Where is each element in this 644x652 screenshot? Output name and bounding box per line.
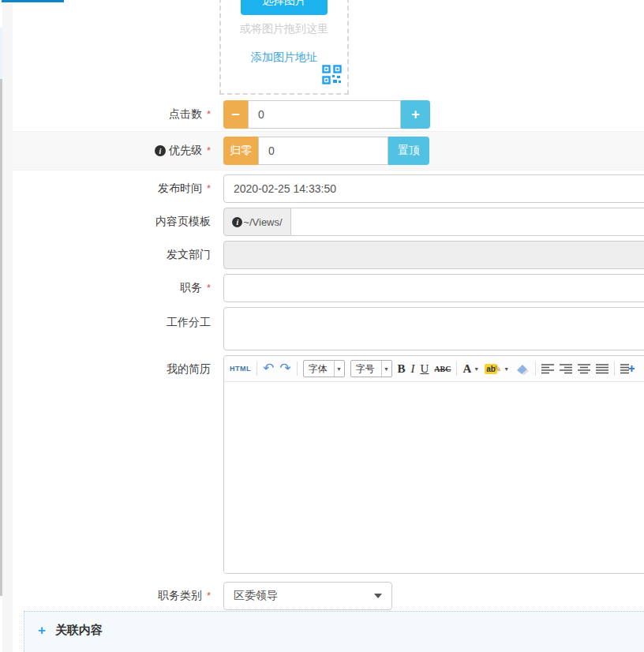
underline-button[interactable]: U <box>421 362 429 376</box>
position-label: 职务 * <box>13 274 211 302</box>
chevron-down-icon: ▼ <box>334 361 344 377</box>
html-source-button[interactable]: HTML <box>230 365 251 373</box>
info-icon: i <box>155 145 166 156</box>
left-edge-segment <box>0 0 2 28</box>
click-count-label: 点击数 * <box>13 100 211 129</box>
related-content-toggle[interactable]: + 关联内容 <box>24 612 644 638</box>
bold-button[interactable]: B <box>398 362 406 376</box>
issuing-department-label-text: 发文部门 <box>167 248 211 262</box>
editor-toolbar: HTML ↶ ↷ 字体 ▼ 字号 ▼ B I U ABC A ▼ ab <box>224 356 644 382</box>
required-asterisk: * <box>207 590 211 601</box>
align-right-button[interactable] <box>560 363 572 374</box>
toolbar-separator <box>535 362 536 376</box>
font-family-value: 字体 <box>304 361 334 377</box>
italic-button[interactable]: I <box>411 362 415 376</box>
resume-rich-text-editor: HTML ↶ ↷ 字体 ▼ 字号 ▼ B I U ABC A ▼ ab <box>223 355 644 574</box>
required-asterisk: * <box>207 282 211 294</box>
related-content-title: 关联内容 <box>55 623 103 638</box>
font-family-dropdown[interactable]: 字体 ▼ <box>303 360 345 377</box>
work-division-label: 工作分工 <box>13 307 211 339</box>
position-category-label-text: 职务类别 <box>158 589 202 603</box>
issuing-department-input <box>223 241 644 269</box>
font-size-value: 字号 <box>351 361 381 377</box>
priority-label: i 优先级 * <box>13 137 211 165</box>
image-upload-dropzone[interactable]: 选择图片 或将图片拖到这里 添加图片地址 <box>219 0 349 95</box>
content-template-label-text: 内容页模板 <box>155 215 211 229</box>
add-image-url-link[interactable]: 添加图片地址 <box>221 51 347 65</box>
work-division-label-text: 工作分工 <box>167 316 211 330</box>
content-template-input[interactable] <box>291 208 644 236</box>
font-color-glyph: A <box>462 362 471 376</box>
align-justify-button[interactable] <box>596 363 608 374</box>
priority-input[interactable] <box>258 137 388 165</box>
drag-image-hint: 或将图片拖到这里 <box>221 22 347 36</box>
position-category-select[interactable]: 区委领导 <box>223 582 392 610</box>
related-content-panel: + 关联内容 <box>24 611 644 652</box>
chevron-down-icon: ▼ <box>474 366 479 372</box>
publish-time-label: 发布时间 * <box>13 174 211 203</box>
align-left-icon <box>541 363 554 374</box>
highlight-color-button[interactable]: ab ✎ ▼ <box>485 364 509 374</box>
remove-format-eraser-button[interactable] <box>515 363 530 375</box>
expand-plus-icon: + <box>38 624 46 637</box>
toolbar-separator <box>614 362 615 376</box>
undo-icon[interactable]: ↶ <box>263 362 274 376</box>
font-color-button[interactable]: A ▼ <box>462 362 479 376</box>
toolbar-separator <box>297 362 298 376</box>
priority-pin-top-button[interactable]: 置顶 <box>388 137 429 165</box>
toolbar-separator <box>456 362 457 376</box>
qr-code-icon[interactable] <box>322 65 342 84</box>
priority-label-text: 优先级 <box>169 144 202 158</box>
required-asterisk: * <box>207 108 211 120</box>
position-category-label: 职务类别 * <box>13 582 211 610</box>
issuing-department-label: 发文部门 <box>13 241 211 269</box>
strikethrough-button[interactable]: ABC <box>434 365 451 373</box>
redo-icon[interactable]: ↷ <box>279 362 290 376</box>
publish-time-label-text: 发布时间 <box>158 182 202 196</box>
list-plus-icon <box>620 363 635 374</box>
publish-time-input[interactable] <box>223 174 644 203</box>
resume-label-text: 我的简历 <box>167 362 211 377</box>
click-count-increment-button[interactable]: + <box>401 100 430 129</box>
click-count-decrement-button[interactable]: − <box>223 100 248 129</box>
click-count-input[interactable] <box>248 100 401 129</box>
position-label-text: 职务 <box>180 281 202 295</box>
eraser-icon <box>515 363 530 375</box>
work-division-textarea[interactable] <box>223 307 644 350</box>
priority-reset-button[interactable]: 归零 <box>223 137 258 165</box>
resume-label: 我的简历 <box>13 355 211 384</box>
align-right-icon <box>560 363 572 374</box>
font-size-dropdown[interactable]: 字号 ▼ <box>350 360 392 377</box>
active-tab-indicator <box>2 0 64 2</box>
left-edge-highlight <box>0 28 2 79</box>
required-asterisk: * <box>207 182 211 194</box>
chevron-down-icon: ▼ <box>504 366 509 372</box>
toolbar-separator <box>256 362 257 376</box>
align-center-button[interactable] <box>578 363 590 374</box>
position-category-value: 区委领导 <box>234 589 278 603</box>
align-justify-icon <box>596 363 608 374</box>
chevron-down-icon <box>374 594 382 598</box>
choose-image-button[interactable]: 选择图片 <box>241 0 328 15</box>
click-count-label-text: 点击数 <box>169 107 202 122</box>
content-template-label: 内容页模板 <box>13 208 211 236</box>
left-edge-divider <box>0 79 2 596</box>
insert-list-button[interactable] <box>620 363 635 374</box>
chevron-down-icon: ▼ <box>381 361 391 377</box>
pencil-icon: ✎ <box>494 364 501 374</box>
position-input[interactable] <box>223 274 644 302</box>
align-left-button[interactable] <box>541 363 554 374</box>
form-page: 选择图片 或将图片拖到这里 添加图片地址 点击数 * − + <box>0 0 644 652</box>
align-center-icon <box>578 363 590 374</box>
editor-content-area[interactable] <box>224 382 644 574</box>
info-icon: i <box>232 217 242 227</box>
left-edge-segment-bottom <box>0 596 2 652</box>
template-path-prefix: ~/Views/ <box>243 216 282 228</box>
required-asterisk: * <box>207 144 211 156</box>
template-path-addon: i ~/Views/ <box>223 208 291 236</box>
